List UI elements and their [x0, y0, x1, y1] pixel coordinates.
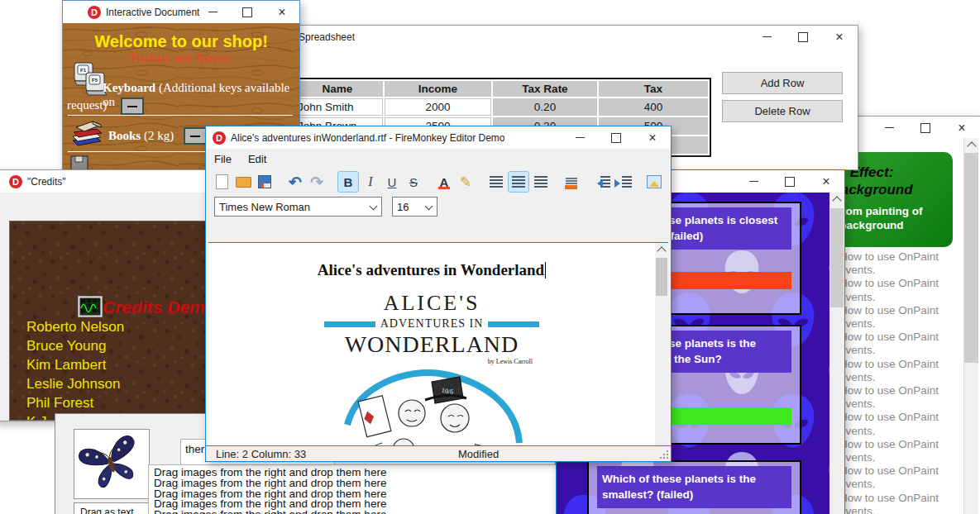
list-item[interactable]: How to use OnPaint events.: [839, 411, 963, 437]
remove-keyboard-button[interactable]: [121, 98, 144, 115]
column-header: Name: [292, 81, 383, 97]
list-item[interactable]: How to use OnPaint events.: [839, 464, 963, 491]
minimize-button[interactable]: [735, 170, 772, 193]
close-button[interactable]: ×: [634, 126, 671, 149]
list-item[interactable]: How to use OnPaint events.: [839, 438, 963, 464]
insert-image-button[interactable]: [644, 172, 664, 192]
scroll-up-icon[interactable]: [657, 246, 666, 255]
font-size-select[interactable]: 16: [392, 197, 437, 217]
drop-target-panel[interactable]: Drag images from the right and drop them…: [148, 464, 563, 514]
credits-titlebar[interactable]: D "Credits": [0, 170, 216, 193]
spreadsheet-titlebar[interactable]: D Spreadsheet ×: [274, 26, 858, 48]
menu-edit[interactable]: Edit: [240, 153, 275, 165]
document-area[interactable]: Alice's adventures in Wonderland ALICE'S…: [208, 242, 668, 461]
book-cover: ALICE'S ADVENTURES IN WONDERLAND by Lewi…: [208, 291, 655, 461]
onpaint-list: How to use OnPaint events.How to use OnP…: [839, 250, 963, 514]
butterfly-image-box[interactable]: [74, 429, 150, 499]
table-cell[interactable]: 2000: [385, 98, 491, 116]
quiz-scrollbar[interactable]: [829, 193, 844, 514]
highlight-button[interactable]: [456, 172, 476, 192]
close-button[interactable]: ×: [944, 117, 980, 139]
question-text: Which of these planets is the smallest? …: [597, 466, 791, 508]
drag-as-text-box[interactable]: Drag as text: [74, 502, 150, 514]
underline-button[interactable]: [382, 172, 402, 192]
maximize-button[interactable]: [772, 170, 808, 193]
add-row-button[interactable]: Add Row: [722, 72, 843, 94]
minimize-button[interactable]: [195, 1, 230, 23]
list-item[interactable]: How to use OnPaint events.: [839, 331, 963, 357]
books-icon[interactable]: [69, 119, 106, 150]
font-name-select[interactable]: Times New Roman: [214, 197, 382, 217]
cover-bar: [488, 321, 539, 327]
table-cell[interactable]: 400: [599, 98, 708, 116]
butterfly-image: [74, 430, 147, 497]
close-button[interactable]: ×: [808, 170, 844, 193]
bold-button[interactable]: [337, 171, 359, 193]
indent-button[interactable]: [614, 172, 633, 192]
document-heading: Alice's adventures in Wonderland: [208, 261, 655, 279]
resize-grip[interactable]: [660, 450, 668, 459]
drag-as-text-label: Drag as text: [74, 503, 149, 514]
list-item[interactable]: How to use OnPaint events.: [839, 304, 963, 331]
header-row: NameIncomeTax RateTax: [292, 81, 708, 97]
credit-name: Phil Forest: [26, 393, 124, 412]
scroll-up-icon[interactable]: [967, 141, 976, 150]
undo-button[interactable]: [285, 172, 305, 192]
scrollbar-thumb[interactable]: [964, 153, 978, 363]
editor-titlebar[interactable]: D Alice's adventures inWonderland.rtf - …: [206, 126, 671, 149]
strikethrough-button[interactable]: [404, 172, 423, 192]
scrollbar-thumb[interactable]: [656, 258, 667, 296]
list-item[interactable]: How to use OnPaint events.: [839, 250, 963, 277]
new-button[interactable]: [212, 172, 232, 192]
chevron-down-icon: [425, 202, 433, 211]
align-right-button[interactable]: [531, 172, 551, 192]
maximize-button[interactable]: [230, 1, 265, 23]
scroll-up-icon[interactable]: [832, 196, 841, 205]
fill-color-button[interactable]: [562, 172, 581, 192]
window-title: Interactive Document: [106, 7, 199, 18]
minimize-button[interactable]: [562, 126, 598, 149]
shop-heading: Welcome to our shop!: [63, 32, 299, 51]
app-icon: D: [88, 6, 101, 19]
align-left-button[interactable]: [486, 172, 506, 192]
maximize-button[interactable]: [785, 26, 821, 48]
quiz-card-3[interactable]: Which of these planets is the smallest? …: [587, 460, 801, 514]
minimize-button[interactable]: [871, 117, 907, 139]
table-cell[interactable]: John Smith: [292, 98, 383, 116]
maximize-button[interactable]: [598, 126, 634, 149]
divider: [68, 115, 293, 116]
maximize-button[interactable]: [907, 117, 944, 139]
onpaint-scrollbar[interactable]: [963, 138, 978, 514]
editor-toolbar: [211, 169, 669, 195]
delete-row-button[interactable]: Delete Row: [722, 100, 843, 122]
close-button[interactable]: ×: [265, 1, 299, 23]
remove-books-button[interactable]: [184, 127, 207, 145]
font-color-button[interactable]: [434, 172, 454, 192]
editor-menubar: File Edit: [206, 149, 671, 169]
text-caret: [545, 262, 546, 278]
editor-window: D Alice's adventures inWonderland.rtf - …: [205, 126, 672, 462]
oscilloscope-icon[interactable]: [78, 296, 103, 317]
svg-text:F5: F5: [92, 78, 98, 83]
menu-file[interactable]: File: [206, 153, 240, 165]
align-center-button[interactable]: [508, 171, 529, 193]
list-item[interactable]: How to use OnPaint events.: [839, 492, 963, 514]
italic-button[interactable]: [361, 172, 380, 192]
open-button[interactable]: [233, 172, 253, 192]
redo-button[interactable]: [307, 172, 327, 192]
credit-name: Leslie Johnson: [26, 374, 124, 393]
list-item[interactable]: How to use OnPaint events.: [839, 277, 963, 303]
list-item[interactable]: How to use OnPaint events.: [839, 384, 963, 411]
outdent-button[interactable]: [592, 172, 612, 192]
table-cell[interactable]: 0.20: [493, 98, 597, 116]
app-icon: D: [9, 175, 22, 188]
minimize-button[interactable]: [748, 26, 785, 48]
editor-statusbar: Line: 2 Column: 33 Modified: [206, 445, 671, 461]
interactive-document-titlebar[interactable]: D Interactive Document ×: [63, 1, 299, 23]
scrollbar-thumb[interactable]: [830, 208, 844, 307]
credit-name: Bruce Young: [26, 336, 124, 355]
save-button[interactable]: [255, 172, 275, 192]
close-button[interactable]: ×: [821, 26, 858, 48]
document-scrollbar[interactable]: [655, 243, 668, 461]
list-item[interactable]: How to use OnPaint events.: [839, 358, 963, 384]
